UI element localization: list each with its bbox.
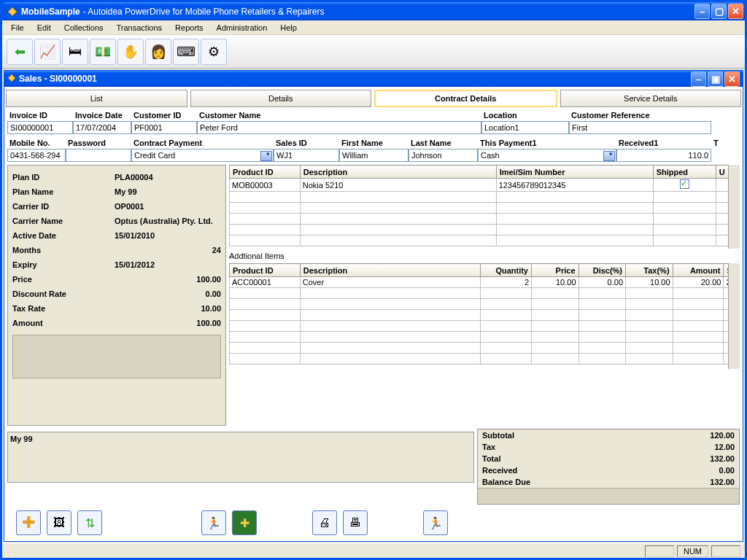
th-a-tax[interactable]: Tax(%) bbox=[626, 264, 673, 277]
additional-grid[interactable]: Product ID Description Quantity Price Di… bbox=[229, 263, 740, 369]
svg-marker-0 bbox=[8, 7, 17, 16]
products-scrollbar[interactable] bbox=[728, 165, 740, 249]
customer-ref-field[interactable] bbox=[569, 121, 711, 134]
this-payment-combo[interactable] bbox=[478, 149, 616, 162]
menu-administration[interactable]: Administration bbox=[211, 22, 274, 34]
tab-contract-details[interactable]: Contract Details bbox=[374, 90, 557, 107]
close-button[interactable]: ✕ bbox=[728, 4, 743, 19]
invoice-date-field[interactable] bbox=[73, 121, 131, 134]
bed-icon[interactable]: 🛏 bbox=[62, 39, 88, 65]
tab-service-details[interactable]: Service Details bbox=[560, 90, 742, 107]
table-row[interactable]: MOB00003 Nokia 5210 123456789012345 bbox=[230, 179, 740, 192]
lbl-tax: Tax bbox=[482, 443, 662, 451]
cell-a-disc[interactable]: 0.00 bbox=[578, 277, 626, 288]
last-name-field[interactable] bbox=[409, 149, 478, 162]
th-imei[interactable]: Imei/Sim Number bbox=[496, 166, 653, 179]
th-a-amount[interactable]: Amount bbox=[673, 264, 724, 277]
person-icon[interactable]: 👩 bbox=[145, 39, 171, 65]
keyboard-icon[interactable]: ⌨ bbox=[173, 39, 199, 65]
sales-id-field[interactable] bbox=[274, 149, 339, 162]
value-row-2 bbox=[4, 149, 743, 162]
minimize-button[interactable]: – bbox=[694, 4, 710, 19]
cell-product-id[interactable]: MOB00003 bbox=[230, 179, 301, 192]
received-field[interactable] bbox=[616, 149, 711, 162]
location-field[interactable] bbox=[481, 121, 569, 134]
child-restore-button[interactable]: ▣ bbox=[708, 71, 723, 87]
customer-id-field[interactable] bbox=[131, 121, 197, 134]
receipt-printer-button[interactable]: 🖶 bbox=[343, 510, 368, 535]
additional-scrollbar[interactable] bbox=[728, 263, 740, 369]
hand-icon[interactable]: ✋ bbox=[117, 39, 144, 65]
password-field[interactable] bbox=[66, 149, 131, 162]
cell-a-desc[interactable]: Cover bbox=[300, 277, 480, 288]
hdr-customer-ref: Customer Reference bbox=[569, 109, 711, 121]
plan-note[interactable]: My 99 bbox=[7, 432, 474, 483]
child-close-button[interactable]: ✕ bbox=[724, 71, 740, 87]
chart-icon[interactable]: 📈 bbox=[34, 39, 61, 65]
invoice-id-field[interactable] bbox=[7, 121, 73, 134]
customer-name-field[interactable] bbox=[197, 121, 481, 134]
main-toolbar: ⬅ 📈 🛏 💵 ✋ 👩 ⌨ ⚙ bbox=[2, 35, 745, 69]
val-plan-name: My 99 bbox=[115, 187, 221, 196]
cell-a-qty[interactable]: 2 bbox=[481, 277, 532, 288]
th-a-description[interactable]: Description bbox=[300, 264, 480, 277]
window-buttons: – ▢ ✕ bbox=[694, 4, 743, 19]
hdr-invoice-id: Invoice ID bbox=[7, 109, 73, 121]
hdr-sales-id: Sales ID bbox=[274, 137, 339, 149]
cell-description[interactable]: Nokia 5210 bbox=[300, 179, 496, 192]
options-icon[interactable]: ⚙ bbox=[201, 39, 227, 65]
cell-a-price[interactable]: 10.00 bbox=[532, 277, 579, 288]
th-shipped[interactable]: Shipped bbox=[653, 166, 716, 179]
picture-button[interactable]: 🖼 bbox=[47, 510, 71, 535]
menu-transactions[interactable]: Transactions bbox=[111, 22, 169, 34]
cell-imei[interactable]: 123456789012345 bbox=[496, 179, 653, 192]
exit-button[interactable]: 🏃 bbox=[423, 510, 448, 535]
menu-collections[interactable]: Collections bbox=[58, 22, 109, 34]
menu-help[interactable]: Help bbox=[274, 22, 303, 34]
status-bar: NUM bbox=[2, 543, 745, 558]
contract-payment-combo[interactable] bbox=[131, 149, 274, 162]
menu-file[interactable]: File bbox=[5, 22, 30, 34]
menu-edit[interactable]: Edit bbox=[31, 22, 57, 34]
title-bar: MobileSample - Autoidea PowerDrive for M… bbox=[2, 2, 745, 20]
lbl-carrier-id: Carrier ID bbox=[12, 202, 115, 211]
printer-button[interactable]: 🖨 bbox=[312, 510, 337, 535]
run-button[interactable]: 🏃 bbox=[201, 510, 226, 535]
maximize-button[interactable]: ▢ bbox=[711, 4, 727, 19]
cell-a-pid[interactable]: ACC00001 bbox=[230, 277, 301, 288]
child-window-buttons: – ▣ ✕ bbox=[691, 71, 740, 87]
bottom-toolbar: ✚ 🖼 ⇅ 🏃 ✚ 🖨 🖶 🏃 bbox=[4, 505, 743, 541]
back-icon[interactable]: ⬅ bbox=[7, 39, 33, 65]
cell-a-amount[interactable]: 20.00 bbox=[673, 277, 724, 288]
th-a-quantity[interactable]: Quantity bbox=[481, 264, 532, 277]
cell-a-tax[interactable]: 10.00 bbox=[626, 277, 673, 288]
money-icon[interactable]: 💵 bbox=[90, 39, 116, 65]
lbl-subtotal: Subtotal bbox=[482, 431, 662, 440]
child-minimize-button[interactable]: – bbox=[691, 71, 706, 87]
menu-reports[interactable]: Reports bbox=[169, 22, 209, 34]
th-description[interactable]: Description bbox=[300, 166, 496, 179]
hdr-customer-id: Customer ID bbox=[131, 109, 197, 121]
lbl-expiry: Expiry bbox=[12, 260, 115, 269]
title-app-sub: - Autoidea PowerDrive for Mobile Phone R… bbox=[83, 7, 325, 17]
first-name-field[interactable] bbox=[339, 149, 409, 162]
tab-details[interactable]: Details bbox=[190, 90, 372, 107]
right-panel: Product ID Description Imei/Sim Number S… bbox=[229, 165, 740, 426]
cell-shipped[interactable] bbox=[653, 179, 716, 192]
add-button[interactable]: ✚ bbox=[16, 510, 41, 535]
th-a-disc[interactable]: Disc(%) bbox=[578, 264, 626, 277]
th-product-id[interactable]: Product ID bbox=[230, 166, 301, 179]
th-a-product-id[interactable]: Product ID bbox=[230, 264, 301, 277]
hdr-invoice-date: Invoice Date bbox=[73, 109, 131, 121]
hdr-first-name: First Name bbox=[339, 137, 409, 149]
add-green-button[interactable]: ✚ bbox=[232, 510, 257, 535]
tab-list[interactable]: List bbox=[6, 90, 187, 107]
transfer-button[interactable]: ⇅ bbox=[77, 510, 102, 535]
th-a-price[interactable]: Price bbox=[532, 264, 579, 277]
mobile-no-field[interactable] bbox=[7, 149, 66, 162]
products-grid[interactable]: Product ID Description Imei/Sim Number S… bbox=[229, 165, 740, 249]
table-row[interactable]: ACC00001 Cover 2 10.00 0.00 10.00 20.00 … bbox=[230, 277, 740, 288]
additional-table: Product ID Description Quantity Price Di… bbox=[229, 263, 740, 365]
shipped-checkbox[interactable] bbox=[680, 179, 689, 189]
val-subtotal: 120.00 bbox=[662, 431, 735, 440]
